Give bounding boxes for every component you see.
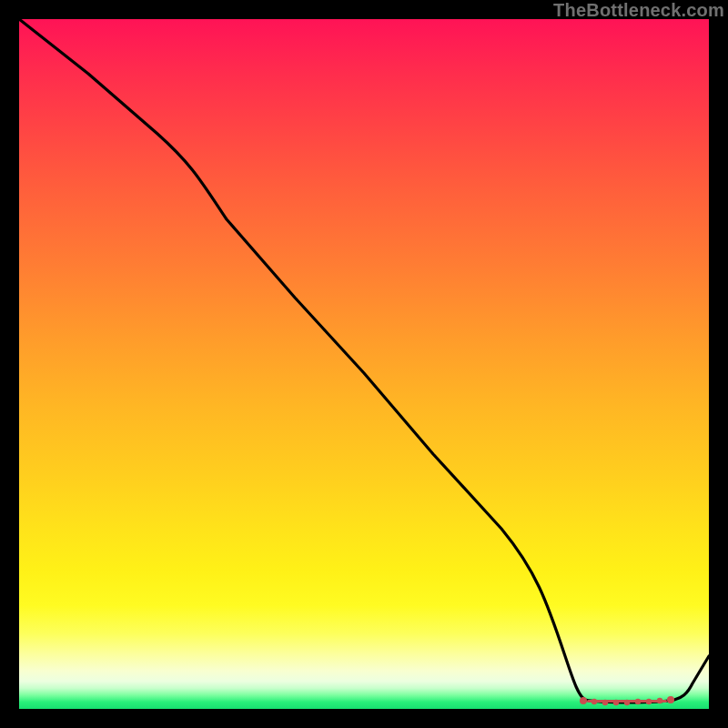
svg-point-7 [657, 698, 662, 703]
gradient-plot-area [19, 19, 709, 709]
bottleneck-curve [19, 19, 709, 703]
svg-point-6 [646, 699, 652, 704]
svg-point-3 [613, 700, 619, 705]
svg-point-4 [624, 700, 630, 705]
watermark-text: TheBottleneck.com [553, 0, 724, 21]
chart-container: TheBottleneck.com [0, 0, 728, 728]
svg-point-2 [602, 700, 608, 705]
svg-point-5 [635, 699, 641, 704]
svg-point-1 [592, 699, 597, 704]
svg-point-8 [667, 696, 674, 703]
svg-point-0 [580, 697, 587, 704]
marker-track [580, 696, 674, 705]
curve-svg [19, 19, 709, 709]
svg-rect-9 [587, 700, 667, 703]
